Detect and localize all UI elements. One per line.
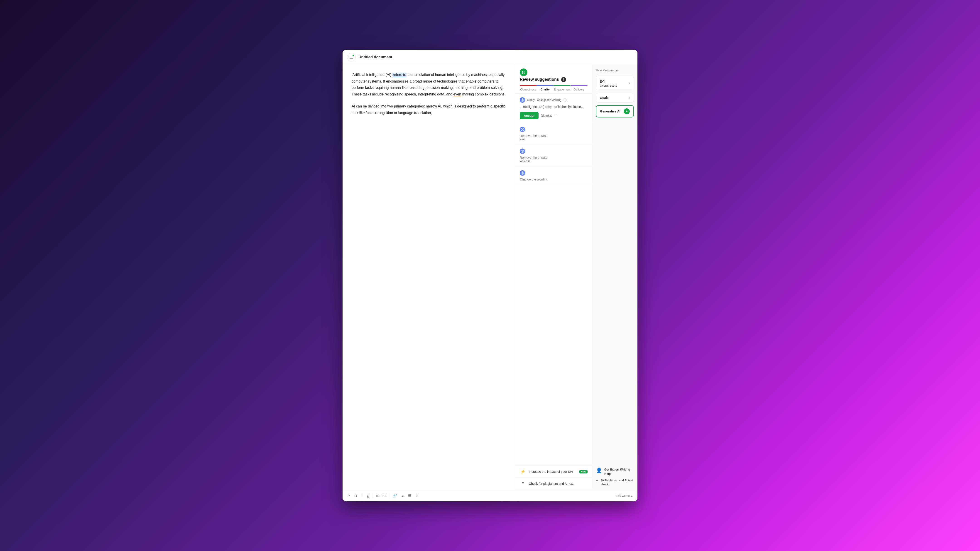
plagiarism-label: 99 Plagiarism and AI text check [601, 479, 634, 486]
italic-button[interactable]: I [361, 493, 363, 499]
plagiarism-cta-card[interactable]: ❝ Check for plagiarism and AI text [515, 478, 592, 490]
suggestion-card-3[interactable]: Remove the phrase which is [515, 145, 592, 167]
grammarly-header: G Review suggestions 5 Correctness Clari… [515, 65, 592, 94]
suggestion-actions-1: Accept Dismiss ··· [520, 112, 587, 119]
word-count: 169 words ▲ [616, 494, 633, 497]
hide-assistant-label: Hide assistant [596, 68, 614, 72]
suggestion-header-1: Clarity · Change the wording i [520, 97, 587, 103]
suggestion-header-2 [520, 127, 587, 132]
svg-text:G: G [522, 70, 525, 75]
tab-clarity[interactable]: Clarity [537, 85, 554, 94]
impact-cta-card[interactable]: ⚡ Increase the impact of your text New! [515, 466, 592, 478]
underlined-which-is: which is [443, 104, 456, 108]
overall-score-card[interactable]: 94 Overall score › [596, 76, 634, 90]
score-info: 94 Overall score [600, 79, 617, 87]
gen-ai-label: Generative AI [600, 110, 620, 113]
header: Untitled document [342, 50, 638, 65]
correctness-indicator [520, 85, 537, 86]
highlighted-text: refers to [393, 73, 407, 77]
review-title-row: Review suggestions 5 [520, 77, 587, 82]
paragraph-1: Artificial Intelligence (AI) refers to t… [352, 71, 506, 98]
goals-card[interactable]: Goals › [596, 93, 634, 103]
suggestion-main-text-3: Remove the phrase which is [520, 156, 587, 163]
suggestion-header-3 [520, 149, 587, 154]
unordered-list-icon[interactable]: ☰ [407, 493, 412, 499]
clarity-indicator [537, 85, 554, 86]
suggestion-main-text-2: Remove the phrase even [520, 134, 587, 141]
editor-toolbar: ? B I U H1 H2 🔗 ≡ ☰ ✕ 169 words ▲ [342, 490, 638, 501]
menu-button[interactable] [347, 53, 356, 62]
h1-button[interactable]: H1 [376, 494, 380, 497]
review-panel: G Review suggestions 5 Correctness Clari… [515, 65, 592, 490]
suggestion-card-2[interactable]: Remove the phrase even [515, 123, 592, 145]
suggestion-card-1[interactable]: Clarity · Change the wording i ...Intell… [515, 94, 592, 123]
clarity-icon-1 [520, 97, 525, 103]
bold-button[interactable]: B [353, 493, 358, 499]
clarity-icon-4 [520, 170, 525, 176]
toolbar-divider-1 [373, 494, 373, 498]
tab-engagement[interactable]: Engagement [554, 85, 571, 94]
delivery-indicator [571, 85, 587, 86]
suggestions-list: Clarity · Change the wording i ...Intell… [515, 94, 592, 466]
hide-assistant-button[interactable]: Hide assistant » [596, 68, 634, 72]
suggestion-type-1: Clarity · Change the wording [527, 98, 561, 102]
editor-text: Artificial Intelligence (AI) refers to t… [352, 71, 506, 116]
document-title[interactable]: Untitled document [358, 55, 392, 59]
suggestion-preview-1: ...Intelligence (AI) refers to is the si… [520, 105, 587, 109]
plagiarism-cta-text: Check for plagiarism and AI text [529, 482, 574, 486]
suggestion-card-4[interactable]: Change the wording [515, 167, 592, 185]
link-icon[interactable]: 🔗 [392, 493, 398, 499]
word-count-arrow: ▲ [631, 495, 633, 497]
clarity-icon-2 [520, 127, 525, 132]
generative-ai-card[interactable]: Generative AI ✦ [596, 105, 634, 118]
lightning-icon: ⚡ [520, 468, 526, 475]
editor-panel[interactable]: Artificial Intelligence (AI) refers to t… [342, 65, 515, 490]
gen-ai-icon: ✦ [624, 108, 630, 114]
cta-section: ⚡ Increase the impact of your text New! … [515, 465, 592, 490]
ordered-list-icon[interactable]: ≡ [401, 493, 404, 499]
expert-writing-button[interactable]: 👤 Get Expert Writing Help [596, 468, 634, 476]
clear-format-icon[interactable]: ✕ [415, 493, 420, 499]
tab-correctness[interactable]: Correctness [520, 85, 537, 94]
h2-button[interactable]: H2 [382, 494, 386, 497]
grammarly-logo: G [520, 68, 527, 76]
app-window: Untitled document Artificial Intelligenc… [342, 50, 638, 502]
engagement-indicator [554, 85, 571, 86]
review-title: Review suggestions [520, 77, 559, 82]
goals-chevron-icon: › [629, 96, 630, 100]
help-icon[interactable]: ? [347, 493, 351, 499]
new-badge: New! [579, 470, 587, 473]
suggestion-tabs: Correctness Clarity Engagement Delivery [520, 85, 587, 94]
paragraph-2: AI can be divided into two primary categ… [352, 103, 506, 116]
clarity-icon-3 [520, 149, 525, 154]
chevrons-icon: » [616, 68, 618, 72]
info-icon-1[interactable]: i [563, 98, 567, 102]
underlined-even: even [453, 92, 461, 96]
main-content: Artificial Intelligence (AI) refers to t… [342, 65, 638, 490]
accept-button[interactable]: Accept [520, 112, 539, 119]
suggestion-header-4 [520, 170, 587, 176]
score-chevron-icon: › [629, 81, 630, 85]
more-button[interactable]: ··· [554, 114, 558, 118]
expert-writing-label: Get Expert Writing Help [605, 468, 634, 476]
suggestion-main-text-4: Change the wording [520, 178, 587, 181]
review-badge: 5 [561, 77, 566, 82]
tab-delivery[interactable]: Delivery [571, 85, 587, 94]
expert-writing-icon: 👤 [596, 468, 602, 473]
underline-button[interactable]: U [366, 493, 370, 499]
assistant-panel: Hide assistant » 94 Overall score › Goal… [592, 65, 638, 490]
dismiss-button[interactable]: Dismiss [541, 114, 552, 118]
score-number: 94 [600, 79, 617, 84]
toolbar-divider-2 [389, 494, 389, 498]
impact-cta-text: Increase the impact of your text [529, 470, 573, 473]
plagiarism-icon: ❝ [596, 479, 598, 484]
notification-dot [352, 54, 354, 56]
plagiarism-check-button[interactable]: ❝ 99 Plagiarism and AI text check [596, 479, 634, 486]
score-label: Overall score [600, 84, 617, 87]
goals-label: Goals [600, 96, 609, 100]
quote-icon: ❝ [520, 481, 526, 487]
